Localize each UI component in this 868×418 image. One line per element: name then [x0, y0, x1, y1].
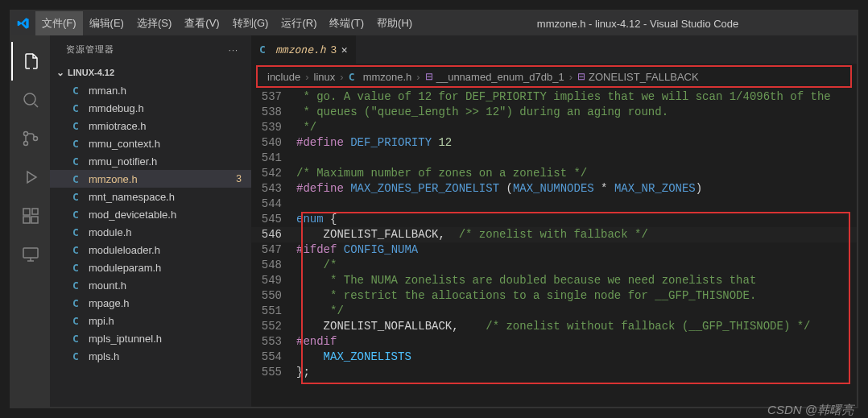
close-icon[interactable]: ✕	[341, 43, 348, 56]
file-item[interactable]: Cmmu_context.h	[50, 135, 251, 152]
breadcrumb-label: include	[267, 71, 300, 83]
breadcrumb-item[interactable]: include	[267, 71, 300, 83]
source-control-icon[interactable]	[11, 119, 50, 158]
extensions-icon[interactable]	[11, 197, 50, 235]
code-line[interactable]: 537 * go. A value of 12 for DEF_PRIORITY…	[251, 89, 857, 105]
code-text: * restrict the allocations to a single n…	[296, 288, 857, 304]
breadcrumb-item[interactable]: linux	[314, 71, 336, 83]
tabs: C mmzone.h 3 ✕	[251, 35, 857, 64]
chevron-right-icon: ›	[305, 71, 308, 83]
file-item[interactable]: Cmnt_namespace.h	[50, 188, 251, 205]
file-item[interactable]: Cmmzone.h3	[50, 170, 251, 188]
menu-goto[interactable]: 转到(G)	[226, 11, 275, 35]
code-line[interactable]: 541	[251, 151, 857, 166]
remote-icon[interactable]	[11, 235, 50, 274]
git-badge: 3	[236, 173, 242, 184]
c-file-icon: C	[72, 85, 84, 97]
file-item[interactable]: Cmoduleparam.h	[50, 259, 251, 276]
line-number: 549	[251, 273, 296, 288]
code-line[interactable]: 543#define MAX_ZONES_PER_ZONELIST (MAX_N…	[251, 181, 857, 197]
tab-mmzone[interactable]: C mmzone.h 3 ✕	[251, 35, 357, 64]
file-item[interactable]: Cmman.h	[50, 81, 251, 99]
code-line[interactable]: 545enum {	[251, 212, 857, 227]
file-item[interactable]: Cmmdebug.h	[50, 99, 251, 117]
svg-rect-5	[23, 217, 30, 223]
file-item[interactable]: Cmpls_iptunnel.h	[50, 329, 251, 347]
line-number: 551	[251, 304, 296, 319]
svg-point-1	[24, 132, 28, 136]
code-line[interactable]: 548 /*	[251, 258, 857, 273]
menu-view[interactable]: 查看(V)	[178, 11, 225, 35]
code-text: /*	[296, 258, 857, 273]
menu-select[interactable]: 选择(S)	[130, 11, 178, 35]
code-line[interactable]: 542/* Maximum number of zones on a zonel…	[251, 166, 857, 181]
code-line[interactable]: 553#endif	[251, 334, 857, 350]
vscode-logo-icon	[11, 17, 35, 30]
c-file-icon: C	[72, 120, 84, 132]
file-item[interactable]: Cmpage.h	[50, 294, 251, 312]
breadcrumb-item[interactable]: ⊟ZONELIST_FALLBACK	[577, 71, 699, 83]
c-file-icon: C	[349, 71, 360, 83]
line-number: 553	[251, 334, 296, 350]
breadcrumb-item[interactable]: ⊟__unnamed_enum_d7db_1	[425, 71, 564, 83]
code-text: * queues ("queue_length >> 12") during a…	[296, 105, 857, 120]
code-line[interactable]: 547#ifdef CONFIG_NUMA	[251, 242, 857, 258]
activity-bar	[11, 35, 50, 407]
run-debug-icon[interactable]	[11, 158, 50, 197]
search-icon[interactable]	[11, 81, 50, 119]
svg-rect-7	[32, 209, 38, 214]
c-file-icon: C	[72, 155, 84, 168]
line-number: 539	[251, 120, 296, 135]
code-text: MAX_ZONELISTS	[296, 350, 857, 365]
menu-help[interactable]: 帮助(H)	[370, 11, 419, 35]
code-line[interactable]: 549 * The NUMA zonelists are doubled bec…	[251, 273, 857, 288]
c-file-icon: C	[72, 350, 84, 362]
code-line[interactable]: 552 ZONELIST_NOFALLBACK, /* zonelist wit…	[251, 319, 857, 334]
code-line[interactable]: 554 MAX_ZONELISTS	[251, 350, 857, 365]
code-editor[interactable]: 537 * go. A value of 12 for DEF_PRIORITY…	[251, 88, 857, 407]
code-line[interactable]: 555};	[251, 365, 857, 380]
code-line[interactable]: 544	[251, 197, 857, 212]
file-name: moduleparam.h	[89, 262, 161, 274]
sidebar-folder[interactable]: LINUX-4.12	[50, 64, 251, 81]
sidebar-more-icon[interactable]: ···	[229, 45, 238, 55]
symbol-enum-icon: ⊟	[577, 71, 585, 82]
explorer-icon[interactable]	[11, 42, 50, 81]
menu-run[interactable]: 运行(R)	[275, 11, 323, 35]
file-item[interactable]: Cmpi.h	[50, 312, 251, 329]
c-file-icon: C	[72, 138, 84, 150]
code-text: #endif	[296, 334, 857, 350]
file-item[interactable]: Cmmiotrace.h	[50, 117, 251, 135]
c-file-icon: C	[259, 43, 271, 56]
code-line[interactable]: 551 */	[251, 304, 857, 319]
code-text: #define DEF_PRIORITY 12	[296, 135, 857, 151]
file-item[interactable]: Cmpls.h	[50, 347, 251, 365]
c-file-icon: C	[72, 102, 84, 114]
chevron-right-icon: ›	[569, 71, 572, 83]
sidebar-title: 资源管理器	[66, 43, 114, 56]
code-line[interactable]: 538 * queues ("queue_length >> 12") duri…	[251, 105, 857, 120]
sidebar-header: 资源管理器 ···	[50, 35, 251, 64]
breadcrumb: include›linux›Cmmzone.h›⊟__unnamed_enum_…	[258, 67, 850, 86]
svg-rect-8	[23, 248, 38, 258]
file-item[interactable]: Cmod_devicetable.h	[50, 205, 251, 223]
file-item[interactable]: Cmount.h	[50, 276, 251, 294]
menu-terminal[interactable]: 终端(T)	[323, 11, 370, 35]
code-line[interactable]: 546 ZONELIST_FALLBACK, /* zonelist with …	[251, 227, 857, 242]
c-file-icon: C	[72, 297, 84, 309]
breadcrumb-item[interactable]: Cmmzone.h	[349, 71, 412, 83]
line-number: 545	[251, 212, 296, 227]
code-line[interactable]: 550 * restrict the allocations to a sing…	[251, 288, 857, 304]
menu-file[interactable]: 文件(F)	[35, 11, 83, 35]
sidebar: 资源管理器 ··· LINUX-4.12 Cmman.hCmmdebug.hCm…	[50, 35, 251, 407]
file-item[interactable]: Cmodule.h	[50, 223, 251, 241]
code-line[interactable]: 539 */	[251, 120, 857, 135]
menu-edit[interactable]: 编辑(E)	[83, 11, 130, 35]
code-text: #define MAX_ZONES_PER_ZONELIST (MAX_NUMN…	[296, 181, 857, 197]
file-item[interactable]: Cmoduleloader.h	[50, 241, 251, 259]
code-line[interactable]: 540#define DEF_PRIORITY 12	[251, 135, 857, 151]
file-name: mmu_context.h	[89, 138, 160, 150]
tab-modified-badge: 3	[331, 43, 337, 56]
file-item[interactable]: Cmmu_notifier.h	[50, 152, 251, 170]
code-text: * go. A value of 12 for DEF_PRIORITY imp…	[296, 89, 857, 105]
